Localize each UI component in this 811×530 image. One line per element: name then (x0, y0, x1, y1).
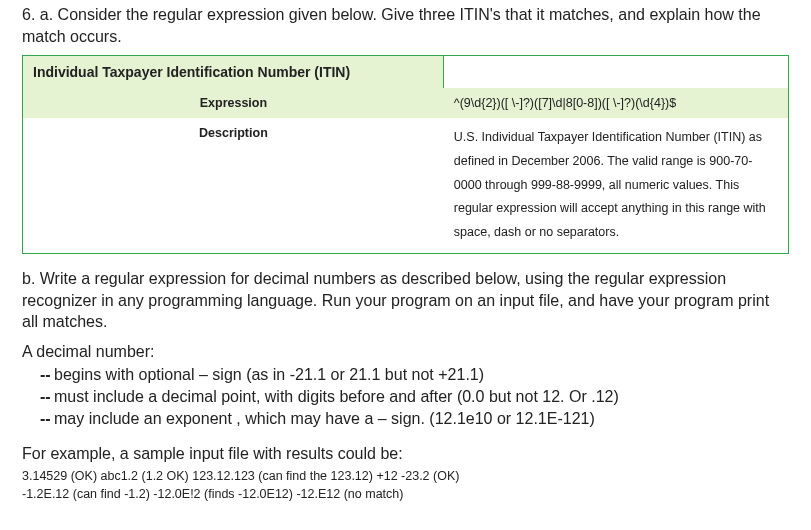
expression-value: ^(9\d{2})([ \-]?)([7]\d|8[0-8])([ \-]?)(… (444, 88, 789, 118)
bullet-text: may include an exponent , which may have… (54, 410, 595, 427)
decimal-lead: A decimal number: (22, 341, 789, 363)
dash-icon: -- (40, 408, 54, 430)
description-value: U.S. Individual Taxpayer Identification … (444, 118, 789, 253)
page: 6. a. Consider the regular expression gi… (0, 0, 811, 514)
example-lead: For example, a sample input file with re… (22, 443, 789, 465)
bullet-text: begins with optional – sign (as in -21.1… (54, 366, 484, 383)
list-item: --must include a decimal point, with dig… (22, 386, 789, 408)
description-label: Description (23, 118, 444, 253)
part-b-prompt: b. Write a regular expression for decima… (22, 268, 789, 333)
expression-label: Expression (23, 88, 444, 118)
list-item: --begins with optional – sign (as in -21… (22, 364, 789, 386)
part-a-prompt: 6. a. Consider the regular expression gi… (22, 4, 789, 47)
table-row-expression: Expression ^(9\d{2})([ \-]?)([7]\d|8[0-8… (23, 88, 789, 118)
dash-icon: -- (40, 386, 54, 408)
example-line-1: 3.14529 (OK) abc1.2 (1.2 OK) 123.12.123 … (22, 467, 789, 486)
table-title-row: Individual Taxpayer Identification Numbe… (23, 56, 789, 89)
table-row-description: Description U.S. Individual Taxpayer Ide… (23, 118, 789, 253)
bullet-text: must include a decimal point, with digit… (54, 388, 619, 405)
list-item: --may include an exponent , which may ha… (22, 408, 789, 430)
itin-table: Individual Taxpayer Identification Numbe… (22, 55, 789, 254)
bullet-list: --begins with optional – sign (as in -21… (22, 364, 789, 429)
example-line-2: -1.2E.12 (can find -1.2) -12.0E!2 (finds… (22, 485, 789, 504)
dash-icon: -- (40, 364, 54, 386)
table-title: Individual Taxpayer Identification Numbe… (23, 56, 444, 89)
table-title-empty (444, 56, 789, 89)
